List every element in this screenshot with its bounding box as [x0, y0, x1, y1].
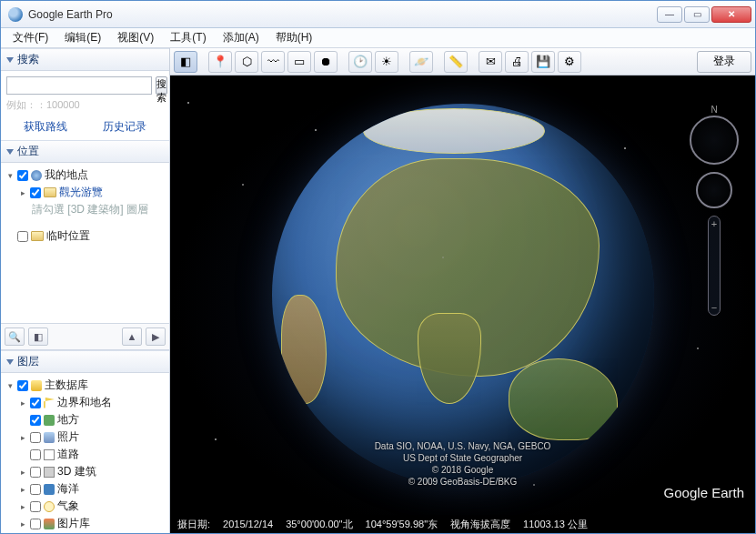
search-panel-title: 搜索: [17, 52, 39, 67]
print-button[interactable]: 🖨: [505, 51, 529, 73]
expand-icon[interactable]: ▸: [19, 485, 27, 493]
layer-item[interactable]: ▸气象: [6, 498, 164, 515]
menu-tools[interactable]: 工具(T): [162, 28, 214, 47]
pan-control[interactable]: [696, 172, 732, 208]
places-checkbox[interactable]: [17, 170, 28, 181]
polygon-button[interactable]: ⬡: [235, 51, 258, 73]
layers-panel-title: 图层: [17, 354, 39, 369]
layer-checkbox[interactable]: [17, 380, 28, 391]
folder-icon: [31, 231, 44, 241]
add-folder-button[interactable]: ▲: [122, 327, 142, 346]
expand-icon[interactable]: ▾: [6, 171, 15, 179]
layer-item[interactable]: 道路: [6, 446, 164, 463]
layers-panel-header[interactable]: 图层: [1, 350, 169, 373]
image-overlay-button[interactable]: ▭: [287, 51, 311, 73]
folder-icon: [44, 187, 56, 197]
path-button[interactable]: 〰: [261, 51, 285, 73]
places-item-temp[interactable]: 临时位置: [6, 227, 164, 245]
layer-checkbox[interactable]: [30, 519, 41, 529]
li-weather-icon: [44, 501, 55, 512]
places-checkbox[interactable]: [30, 187, 41, 198]
compass-control[interactable]: N: [690, 116, 739, 165]
main-toolbar: ◧ 📍 ⬡ 〰 ▭ ⏺ 🕑 ☀ 🪐 📏 ✉ 🖨 💾 ⚙ 登录: [170, 48, 755, 76]
layer-item[interactable]: ▸3D 建筑: [6, 463, 164, 480]
toggle-panel-button[interactable]: ◧: [28, 327, 48, 346]
places-item-hint: 請勾選 [3D 建築物] 圖層: [6, 201, 164, 218]
view-kml-button[interactable]: ⚙: [558, 51, 581, 73]
history-link[interactable]: 历史记录: [103, 119, 146, 135]
layer-label: 道路: [57, 447, 79, 462]
search-places-button[interactable]: 🔍: [5, 327, 25, 346]
email-button[interactable]: ✉: [479, 51, 502, 73]
places-item-sightseeing[interactable]: ▸ 觀光游覽: [6, 184, 164, 201]
layer-checkbox[interactable]: [30, 398, 41, 408]
expand-icon[interactable]: [19, 450, 27, 458]
layer-checkbox[interactable]: [30, 484, 41, 495]
expand-icon[interactable]: ▸: [19, 468, 27, 476]
layer-label: 边界和地名: [57, 395, 112, 410]
login-button[interactable]: 登录: [697, 51, 751, 73]
places-checkbox[interactable]: [17, 231, 28, 242]
close-button[interactable]: ✕: [711, 6, 751, 23]
ruler-button[interactable]: 📏: [444, 51, 468, 73]
status-date-label: 摄日期:: [177, 518, 210, 531]
layer-checkbox[interactable]: [30, 449, 41, 460]
layer-item[interactable]: ▾主数据库: [6, 377, 164, 394]
expand-icon[interactable]: [19, 416, 27, 424]
expand-icon[interactable]: ▾: [6, 381, 15, 389]
layer-item[interactable]: 地方: [6, 411, 164, 428]
expand-icon[interactable]: ▸: [19, 188, 27, 196]
maximize-button[interactable]: ▭: [684, 6, 710, 23]
land-africa: [281, 295, 327, 404]
zoom-slider[interactable]: [708, 216, 721, 316]
menubar: 文件(F) 编辑(E) 视图(V) 工具(T) 添加(A) 帮助(H): [1, 28, 755, 48]
layer-item[interactable]: ▸照片: [6, 428, 164, 446]
menu-view[interactable]: 视图(V): [109, 28, 162, 47]
layer-checkbox[interactable]: [30, 432, 41, 443]
layer-label: 气象: [57, 499, 79, 514]
layer-item[interactable]: ▸海洋: [6, 480, 164, 498]
sunlight-button[interactable]: ☀: [375, 51, 398, 73]
places-item-label: 請勾選 [3D 建築物] 圖層: [32, 202, 148, 217]
layer-label: 海洋: [57, 481, 79, 497]
places-item-label: 觀光游覽: [59, 185, 103, 200]
expand-icon[interactable]: ▸: [19, 519, 27, 528]
layer-checkbox[interactable]: [30, 467, 41, 478]
get-directions-link[interactable]: 获取路线: [24, 119, 67, 135]
layers-tree: ▾主数据库▸边界和地名地方▸照片道路▸3D 建筑▸海洋▸气象▸图片库▸全球意识▸…: [1, 373, 169, 533]
earth-globe[interactable]: [272, 104, 654, 486]
globe-viewport[interactable]: Data SIO, NOAA, U.S. Navy, NGA, GEBCO US…: [170, 76, 755, 533]
menu-edit[interactable]: 编辑(E): [56, 28, 109, 47]
window-title: Google Earth Pro: [28, 8, 657, 21]
planet-button[interactable]: 🪐: [409, 51, 433, 73]
menu-add[interactable]: 添加(A): [215, 28, 267, 47]
collapse-icon: [6, 149, 14, 155]
menu-help[interactable]: 帮助(H): [267, 28, 321, 47]
menu-file[interactable]: 文件(F): [5, 28, 56, 47]
minimize-button[interactable]: —: [657, 6, 682, 23]
expand-icon[interactable]: ▸: [19, 433, 27, 441]
record-tour-button[interactable]: ⏺: [314, 51, 338, 73]
li-3d-icon: [44, 467, 55, 478]
titlebar: Google Earth Pro — ▭ ✕: [1, 1, 755, 28]
layer-checkbox[interactable]: [30, 415, 41, 426]
status-bar: 摄日期: 2015/12/14 35°00'00.00"北 104°59'59.…: [170, 515, 755, 533]
places-item-myplaces[interactable]: ▾ 我的地点: [6, 166, 164, 184]
search-panel-header[interactable]: 搜索: [1, 48, 169, 71]
toggle-sidebar-button[interactable]: ◧: [174, 51, 197, 73]
placemark-button[interactable]: 📍: [208, 51, 232, 73]
search-input[interactable]: [6, 76, 152, 95]
layer-item[interactable]: ▸边界和地名: [6, 394, 164, 411]
expand-icon[interactable]: [6, 232, 15, 240]
layer-checkbox[interactable]: [30, 501, 41, 512]
search-button[interactable]: 搜索: [156, 76, 167, 95]
layer-item[interactable]: ▸图片库: [6, 515, 164, 532]
history-button[interactable]: 🕑: [348, 51, 372, 73]
main-area: ◧ 📍 ⬡ 〰 ▭ ⏺ 🕑 ☀ 🪐 📏 ✉ 🖨 💾 ⚙ 登录: [170, 48, 755, 533]
expand-icon[interactable]: ▸: [19, 398, 27, 407]
places-panel-header[interactable]: 位置: [1, 140, 169, 163]
layer-item[interactable]: ▸全球意识: [6, 532, 164, 533]
delete-button[interactable]: ▶: [146, 327, 166, 346]
save-image-button[interactable]: 💾: [531, 51, 555, 73]
expand-icon[interactable]: ▸: [19, 502, 27, 510]
